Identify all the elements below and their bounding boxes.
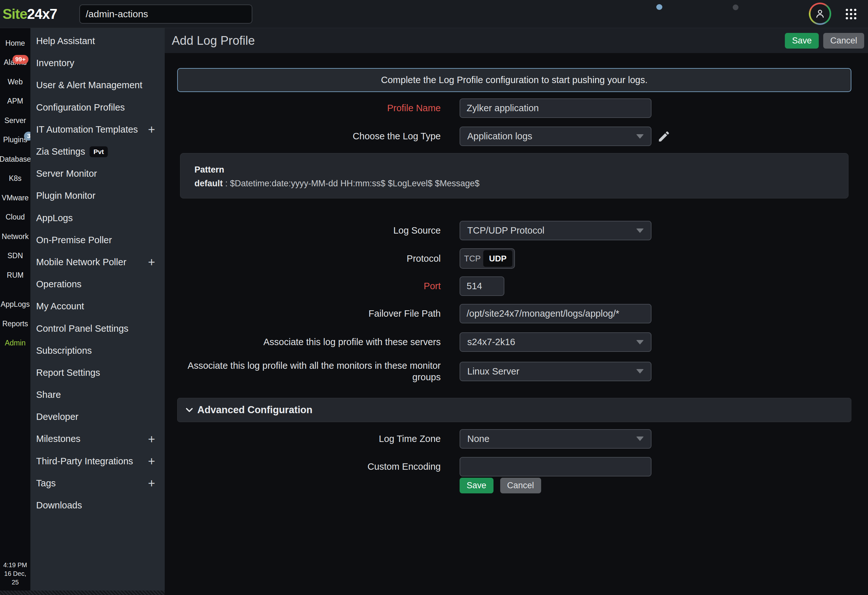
rail-item-k8s[interactable]: K8s (0, 169, 30, 189)
rail-item-server[interactable]: Server (0, 111, 30, 130)
status-dot-icon[interactable] (733, 4, 738, 10)
port-input[interactable] (460, 276, 504, 296)
sidebar-item-downloads[interactable]: Downloads (30, 494, 165, 516)
pattern-name: default (195, 179, 223, 188)
log-type-value: Application logs (467, 131, 532, 141)
sidebar-item-tags[interactable]: Tags + (30, 472, 165, 494)
log-type-label: Choose the Log Type (165, 130, 441, 142)
edit-log-type-pencil-icon[interactable] (657, 130, 671, 143)
main-content: Add Log Profile Save Cancel Complete the… (165, 28, 868, 595)
sidebar-item-on-premise-poller[interactable]: On-Premise Poller (30, 229, 165, 251)
sidebar-item-milestones[interactable]: Milestones + (30, 428, 165, 450)
protocol-option-udp[interactable]: UDP (483, 250, 512, 267)
form-save-button[interactable]: Save (460, 478, 493, 493)
user-avatar[interactable] (809, 3, 831, 25)
logo-24x7-part: 24x7 (27, 6, 57, 22)
protocol-option-tcp[interactable]: TCP (462, 250, 483, 267)
associate-monitor-groups-select[interactable]: Linux Server (460, 362, 651, 381)
sidebar-item-share[interactable]: Share (30, 384, 165, 406)
sidebar-item-user-alert-management[interactable]: User & Alert Management (30, 74, 165, 96)
plus-icon[interactable]: + (148, 455, 155, 467)
rail-item-vmware[interactable]: VMware (0, 188, 30, 208)
sidebar-item-my-account[interactable]: My Account (30, 295, 165, 317)
dropdown-caret-icon (636, 340, 644, 345)
plus-icon[interactable]: + (148, 256, 155, 268)
associate-servers-value: s24x7-2k16 (467, 337, 515, 348)
rail-item-web[interactable]: Web (0, 72, 30, 92)
pattern-line: default : $Datetime:date:yyyy-MM-dd HH:m… (195, 179, 838, 189)
rail-item-rum[interactable]: RUM (0, 265, 30, 285)
advanced-configuration-header[interactable]: Advanced Configuration (177, 398, 851, 422)
associate-monitor-groups-row: Associate this log profile with all the … (165, 360, 868, 383)
sidebar-item-server-monitor[interactable]: Server Monitor (30, 163, 165, 185)
custom-encoding-input[interactable] (460, 457, 651, 476)
form-actions: Save Cancel (460, 478, 868, 493)
associate-servers-label: Associate this log profile with these se… (165, 336, 441, 348)
site24x7-logo[interactable]: Site24x7 (3, 0, 57, 28)
protocol-toggle: TCP UDP (460, 248, 515, 269)
sidebar-item-developer[interactable]: Developer (30, 406, 165, 428)
rail-item-alarms[interactable]: Alarms 99+ (0, 53, 30, 72)
sidebar-item-plugin-monitor[interactable]: Plugin Monitor (30, 185, 165, 207)
rail-item-reports[interactable]: Reports (0, 314, 30, 334)
log-time-zone-label: Log Time Zone (165, 433, 441, 445)
sidebar-item-operations[interactable]: Operations (30, 273, 165, 295)
sidebar-item-control-panel-settings[interactable]: Control Panel Settings (30, 317, 165, 339)
apps-grid-icon[interactable] (845, 8, 857, 20)
cancel-button[interactable]: Cancel (823, 33, 864, 49)
failover-path-input[interactable] (460, 304, 651, 323)
profile-name-input[interactable] (460, 99, 651, 118)
rail-item-apm[interactable]: APM (0, 92, 30, 111)
sidebar-item-report-settings[interactable]: Report Settings (30, 362, 165, 384)
associate-monitor-groups-label: Associate this log profile with all the … (165, 360, 441, 383)
user-avatar-icon (810, 4, 830, 23)
log-type-select[interactable]: Application logs (460, 127, 651, 146)
sidebar-item-third-party-integrations[interactable]: Third-Party Integrations + (30, 450, 165, 472)
custom-encoding-label: Custom Encoding (165, 461, 441, 472)
sidebar-item-help-assistant[interactable]: Help Assistant (30, 30, 165, 52)
associate-monitor-groups-value: Linux Server (467, 366, 520, 377)
associate-servers-select[interactable]: s24x7-2k16 (460, 332, 651, 352)
sidebar-item-configuration-profiles[interactable]: Configuration Profiles (30, 97, 165, 119)
rail-item-sdn[interactable]: SDN (0, 246, 30, 266)
rail-item-plugins[interactable]: Plugins 3 (0, 130, 30, 150)
sidebar-item-it-automation-templates[interactable]: IT Automation Templates + (30, 119, 165, 141)
rail-item-admin[interactable]: Admin (0, 334, 30, 353)
global-search-input[interactable] (79, 4, 252, 24)
rail-item-applogs[interactable]: AppLogs (0, 295, 30, 314)
dropdown-caret-icon (636, 369, 644, 374)
clock-date: 16 Dec, 25 (0, 570, 30, 587)
log-source-select[interactable]: TCP/UDP Protocol (460, 221, 651, 240)
rail-item-home[interactable]: Home (0, 34, 30, 53)
admin-sidebar: Help Assistant Inventory User & Alert Ma… (30, 28, 165, 595)
profile-name-label: Profile Name (165, 102, 441, 114)
topbar: Site24x7 (0, 0, 868, 28)
form-cancel-button[interactable]: Cancel (500, 478, 541, 493)
sidebar-item-zia-settings[interactable]: Zia Settings Pvt (30, 141, 165, 163)
protocol-label: Protocol (165, 253, 441, 264)
notification-dot-icon[interactable] (656, 4, 662, 10)
plus-icon[interactable]: + (148, 433, 155, 445)
log-time-zone-row: Log Time Zone None (165, 429, 868, 449)
log-source-value: TCP/UDP Protocol (467, 225, 544, 236)
plus-icon[interactable]: + (148, 123, 155, 135)
port-label: Port (165, 280, 441, 292)
protocol-row: Protocol TCP UDP (165, 248, 868, 269)
sidebar-item-subscriptions[interactable]: Subscriptions (30, 340, 165, 362)
plus-icon[interactable]: + (148, 477, 155, 489)
page-header: Add Log Profile Save Cancel (165, 28, 868, 53)
rail-item-database[interactable]: Database (0, 150, 30, 169)
rail-item-network[interactable]: Network (0, 227, 30, 246)
clock-time: 4:19 PM (0, 561, 30, 570)
pattern-separator: : (223, 179, 230, 188)
sidebar-item-mobile-network-poller[interactable]: Mobile Network Poller + (30, 251, 165, 273)
rail-item-cloud[interactable]: Cloud (0, 208, 30, 227)
log-time-zone-select[interactable]: None (460, 429, 651, 449)
sidebar-item-applogs[interactable]: AppLogs (30, 207, 165, 229)
dropdown-caret-icon (636, 436, 644, 441)
sidebar-item-inventory[interactable]: Inventory (30, 52, 165, 74)
pattern-title: Pattern (195, 165, 838, 175)
pattern-value: $Datetime:date:yyyy-MM-dd HH:mm:ss$ $Log… (230, 179, 480, 188)
save-button[interactable]: Save (785, 33, 819, 49)
rail-clock: 4:19 PM 16 Dec, 25 (0, 561, 30, 587)
